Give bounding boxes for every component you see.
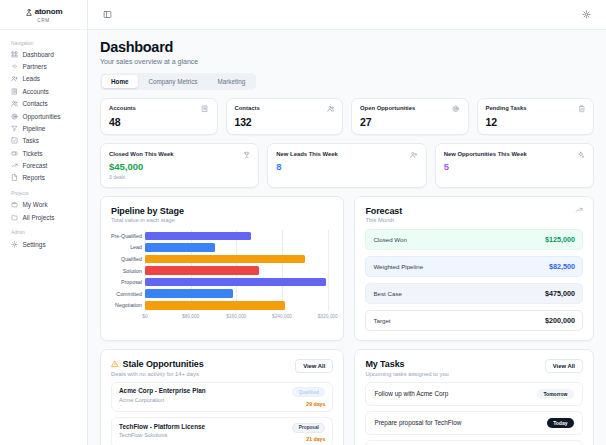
- building-icon: [201, 105, 209, 113]
- stage-badge: Proposal: [292, 423, 325, 433]
- funnel-icon: [11, 125, 18, 132]
- stale-panel-title: Stale Opportunities: [123, 359, 204, 369]
- forecast-row-label: Target: [373, 317, 390, 324]
- chart-category-label: Negotiation: [111, 300, 145, 312]
- stage-badge: Qualified: [292, 387, 325, 397]
- sidebar-item-label: Settings: [23, 241, 46, 248]
- target-icon: [11, 113, 18, 120]
- sidebar-item-label: Projects: [11, 191, 28, 196]
- weekly-stat-label: New Opportunities This Week: [444, 151, 527, 157]
- sidebar-item-label: Contacts: [23, 100, 48, 107]
- stale-opportunity-row[interactable]: TechFlow - Platform License TechFlow Sol…: [111, 417, 333, 445]
- stale-opportunity-list: Acme Corp - Enterprise Plan Acme Corpora…: [111, 382, 333, 445]
- kpi-value: 48: [109, 116, 209, 128]
- logo-icon: [25, 8, 33, 16]
- sidebar-item[interactable]: Contacts: [11, 98, 76, 110]
- forecast-row: Target $200,000: [365, 310, 583, 331]
- opportunity-name: TechFlow - Platform License: [119, 423, 205, 430]
- sidebar-item-label: Accounts: [23, 88, 49, 95]
- sidebar-item[interactable]: Leads: [11, 73, 76, 85]
- sidebar-item-label: Forecast: [23, 162, 48, 169]
- weekly-stat-cards: Closed Won This Week $45,000 3 deals New…: [100, 143, 594, 188]
- chart-bar: [145, 301, 285, 310]
- sidebar-item[interactable]: Reports: [11, 172, 76, 184]
- file-icon: [11, 174, 18, 181]
- forecast-row: Weighted Pipeline $82,500: [365, 256, 583, 277]
- stale-panel-subtitle: Deals with no activity for 14+ days: [111, 371, 204, 377]
- weekly-stat-label: New Leads This Week: [276, 151, 337, 157]
- task-row[interactable]: Prepare proposal for TechFlow Today: [365, 411, 583, 435]
- kpi-cards: Accounts 48 Contacts 132 Open Opport: [100, 98, 594, 136]
- weekly-stat-card: New Leads This Week 8: [267, 143, 426, 188]
- chart-bar-track: [145, 253, 333, 265]
- sidebar-nav: Navigation Dashboard Partners Leads Acco…: [0, 30, 87, 255]
- chart-x-tick: $240,000: [272, 314, 292, 319]
- sidebar-item[interactable]: My Work: [11, 199, 76, 211]
- sidebar-item[interactable]: Forecast: [11, 159, 76, 171]
- chart-bar: [145, 255, 305, 264]
- chart-bar: [145, 232, 251, 241]
- sidebar-item[interactable]: Partners: [11, 60, 76, 72]
- chart-bar-track: [145, 300, 333, 312]
- sidebar-item[interactable]: Settings: [11, 238, 76, 250]
- my-tasks-panel: My Tasks Upcoming tasks assigned to you …: [354, 349, 594, 445]
- tab[interactable]: Marketing: [209, 75, 255, 88]
- forecast-row-label: Best Case: [373, 290, 402, 297]
- stale-opportunities-panel: Stale Opportunities Deals with no activi…: [100, 349, 344, 445]
- chart-category-labels: Pre-QualifiedLeadQualifiedSolutionPropos…: [111, 230, 145, 321]
- pipeline-panel: Pipeline by Stage Total value in each st…: [100, 196, 344, 342]
- kpi-card: Contacts 132: [226, 98, 344, 136]
- sidebar-item[interactable]: Accounts: [11, 85, 76, 97]
- sidebar-toggle-button[interactable]: [101, 8, 114, 21]
- trophy-icon: [243, 151, 251, 159]
- tab[interactable]: Home: [102, 75, 138, 88]
- ticket-icon: [11, 150, 18, 157]
- weekly-stat-subtext: [276, 174, 417, 179]
- chart-category-label: Qualified: [111, 253, 145, 265]
- forecast-panel-subtitle: This Month: [365, 217, 402, 223]
- chart-bar-track: [145, 242, 333, 254]
- kpi-card: Accounts 48: [100, 98, 218, 136]
- forecast-row: Best Case $475,000: [365, 283, 583, 304]
- main-area: Dashboard Your sales overview at a glanc…: [88, 0, 606, 445]
- sidebar-item[interactable]: Opportunities: [11, 110, 76, 122]
- chart-x-tick: $160,000: [226, 314, 246, 319]
- kpi-label: Open Opportunities: [360, 105, 415, 111]
- tasks-view-all-button[interactable]: View All: [545, 359, 583, 373]
- stale-view-all-button[interactable]: View All: [295, 359, 333, 373]
- kpi-card: Pending Tasks 12: [477, 98, 595, 136]
- sidebar-item[interactable]: All Projects: [11, 211, 76, 223]
- sidebar-item: Admin: [11, 230, 76, 235]
- task-row[interactable]: Schedule demo with Horizon Labs Feb 25: [365, 440, 583, 445]
- dashboard-icon: [11, 51, 18, 58]
- opportunity-company: TechFlow Solutions: [119, 432, 205, 438]
- brand-product: CRM: [4, 18, 83, 23]
- days-stale: 29 days: [306, 401, 325, 407]
- task-row[interactable]: Follow up with Acme Corp Tomorrow: [365, 382, 583, 406]
- sidebar-item[interactable]: Pipeline: [11, 122, 76, 134]
- tab[interactable]: Company Metrics: [140, 75, 207, 88]
- task-due-badge: Today: [547, 418, 574, 428]
- sidebar-item-label: Opportunities: [23, 113, 61, 120]
- sidebar-item[interactable]: Tasks: [11, 135, 76, 147]
- sidebar-item[interactable]: Dashboard: [11, 48, 76, 60]
- kpi-label: Pending Tasks: [486, 105, 527, 111]
- target-icon: [452, 105, 460, 113]
- chart-category-label: Lead: [111, 242, 145, 254]
- chart-bar: [145, 289, 234, 298]
- chart-plot: $0$80,000$160,000$240,000$320,000: [145, 230, 333, 321]
- tasks-panel-title: My Tasks: [365, 359, 448, 369]
- weekly-stat-value: $45,000: [109, 161, 250, 172]
- settings-button[interactable]: [580, 8, 593, 21]
- trending-up-icon: [575, 206, 583, 214]
- dashboard-content: Dashboard Your sales overview at a glanc…: [88, 30, 606, 445]
- chart-category-label: Proposal: [111, 276, 145, 288]
- brand: atonom CRM: [0, 0, 87, 30]
- sidebar-item[interactable]: Tickets: [11, 147, 76, 159]
- stale-opportunity-row[interactable]: Acme Corp - Enterprise Plan Acme Corpora…: [111, 382, 333, 413]
- sidebar-item-label: My Work: [23, 201, 48, 208]
- weekly-stat-value: 5: [444, 161, 585, 172]
- gear-icon: [582, 10, 591, 19]
- chart-x-tick: $80,000: [182, 314, 199, 319]
- days-stale: 21 days: [306, 436, 325, 442]
